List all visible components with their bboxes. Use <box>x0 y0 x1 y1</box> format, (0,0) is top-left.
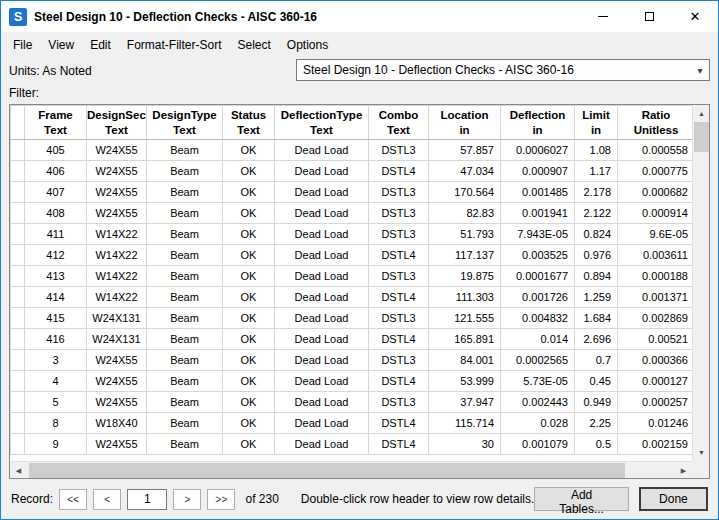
column-header-ratio[interactable]: RatioUnitless <box>618 106 693 140</box>
next-record-button[interactable]: > <box>173 489 201 510</box>
minimize-button[interactable] <box>580 1 626 32</box>
table-selector-dropdown[interactable]: Steel Design 10 - Deflection Checks - AI… <box>296 59 710 81</box>
table-row[interactable]: 4W24X55BeamOKDead LoadDSTL453.9995.73E-0… <box>11 371 693 392</box>
scroll-right-icon[interactable]: ▶ <box>675 462 692 479</box>
prev-record-button[interactable]: < <box>93 489 121 510</box>
column-header-designsect[interactable]: DesignSectText <box>87 106 147 140</box>
cell: 117.137 <box>429 245 501 266</box>
row-header[interactable] <box>11 308 25 329</box>
row-header[interactable] <box>11 224 25 245</box>
filter-row: Filter: <box>1 84 718 102</box>
cell: 0.949 <box>575 392 618 413</box>
cell: 121.555 <box>429 308 501 329</box>
menu-item-edit[interactable]: Edit <box>82 34 119 56</box>
cell: OK <box>223 392 275 413</box>
column-header-status[interactable]: StatusText <box>223 106 275 140</box>
cell: W14X22 <box>87 245 147 266</box>
cell: Dead Load <box>275 371 369 392</box>
table-row[interactable]: 405W24X55BeamOKDead LoadDSTL357.8570.000… <box>11 140 693 161</box>
table-row[interactable]: 415W24X131BeamOKDead LoadDSTL3121.5550.0… <box>11 308 693 329</box>
row-header[interactable] <box>11 203 25 224</box>
maximize-icon <box>645 12 654 21</box>
table-row[interactable]: 412W14X22BeamOKDead LoadDSTL4117.1370.00… <box>11 245 693 266</box>
row-header[interactable] <box>11 182 25 203</box>
row-header[interactable] <box>11 413 25 434</box>
column-header-deflection[interactable]: Deflectionin <box>501 106 575 140</box>
cell: 1.08 <box>575 140 618 161</box>
table-row[interactable]: 413W14X22BeamOKDead LoadDSTL319.8750.000… <box>11 266 693 287</box>
cell: OK <box>223 308 275 329</box>
cell: Dead Load <box>275 182 369 203</box>
table-row[interactable]: 3W24X55BeamOKDead LoadDSTL384.0010.00025… <box>11 350 693 371</box>
table-row[interactable]: 408W24X55BeamOKDead LoadDSTL382.830.0019… <box>11 203 693 224</box>
app-icon[interactable]: S <box>9 8 27 26</box>
cell: Dead Load <box>275 140 369 161</box>
horizontal-scroll-thumb[interactable] <box>29 463 625 478</box>
horizontal-scroll-track[interactable] <box>27 462 675 478</box>
window-controls: ✕ <box>580 1 718 32</box>
row-selector-header[interactable] <box>11 106 25 140</box>
done-button[interactable]: Done <box>639 487 708 511</box>
cell: W24X55 <box>87 140 147 161</box>
table-row[interactable]: 5W24X55BeamOKDead LoadDSTL337.9470.00244… <box>11 392 693 413</box>
table-selector-value: Steel Design 10 - Deflection Checks - AI… <box>297 63 691 77</box>
cell: DSTL4 <box>369 434 429 455</box>
cell: W24X55 <box>87 182 147 203</box>
row-header[interactable] <box>11 350 25 371</box>
vertical-scrollbar[interactable]: ▲ ▼ <box>692 105 709 461</box>
column-header-designtype[interactable]: DesignTypeText <box>147 106 223 140</box>
row-header[interactable] <box>11 329 25 350</box>
cell: Beam <box>147 203 223 224</box>
row-header[interactable] <box>11 245 25 266</box>
table-row[interactable]: 411W14X22BeamOKDead LoadDSTL351.7937.943… <box>11 224 693 245</box>
close-icon: ✕ <box>690 10 701 23</box>
cell: 0.002159 <box>618 434 693 455</box>
cell: 0.028 <box>501 413 575 434</box>
row-header[interactable] <box>11 161 25 182</box>
menu-item-options[interactable]: Options <box>279 34 336 56</box>
menu-item-format-filter-sort[interactable]: Format-Filter-Sort <box>119 34 230 56</box>
cell: W14X22 <box>87 266 147 287</box>
column-header-limit[interactable]: Limitin <box>575 106 618 140</box>
add-tables-button[interactable]: Add Tables... <box>534 487 629 511</box>
vertical-scroll-thumb[interactable] <box>694 122 709 152</box>
scroll-up-icon[interactable]: ▲ <box>693 105 710 122</box>
row-header[interactable] <box>11 434 25 455</box>
scroll-down-icon[interactable]: ▼ <box>693 444 710 461</box>
menu-item-view[interactable]: View <box>40 34 82 56</box>
cell: DSTL3 <box>369 182 429 203</box>
close-button[interactable]: ✕ <box>672 1 718 32</box>
row-header[interactable] <box>11 287 25 308</box>
cell: Dead Load <box>275 161 369 182</box>
row-header[interactable] <box>11 392 25 413</box>
horizontal-scrollbar[interactable]: ◀ ▶ <box>10 461 692 478</box>
record-number-input[interactable] <box>127 489 167 510</box>
of-text: of <box>245 492 255 506</box>
last-record-button[interactable]: >> <box>207 489 235 510</box>
row-header[interactable] <box>11 140 25 161</box>
scroll-left-icon[interactable]: ◀ <box>10 462 27 479</box>
cell: DSTL3 <box>369 266 429 287</box>
column-header-combo[interactable]: ComboText <box>369 106 429 140</box>
table-row[interactable]: 407W24X55BeamOKDead LoadDSTL3170.5640.00… <box>11 182 693 203</box>
first-record-button[interactable]: << <box>59 489 87 510</box>
table-row[interactable]: 406W24X55BeamOKDead LoadDSTL447.0340.000… <box>11 161 693 182</box>
column-header-location[interactable]: Locationin <box>429 106 501 140</box>
cell: Beam <box>147 434 223 455</box>
cell: 406 <box>25 161 87 182</box>
cell: 0.976 <box>575 245 618 266</box>
table-row[interactable]: 9W24X55BeamOKDead LoadDSTL4300.0010790.5… <box>11 434 693 455</box>
table-row[interactable]: 8W18X40BeamOKDead LoadDSTL4115.7140.0282… <box>11 413 693 434</box>
window-title: Steel Design 10 - Deflection Checks - AI… <box>34 10 580 24</box>
maximize-button[interactable] <box>626 1 672 32</box>
table-row[interactable]: 414W14X22BeamOKDead LoadDSTL4111.3030.00… <box>11 287 693 308</box>
menu-item-file[interactable]: File <box>5 34 40 56</box>
table-row[interactable]: 416W24X131BeamOKDead LoadDSTL4165.8910.0… <box>11 329 693 350</box>
cell: Dead Load <box>275 392 369 413</box>
column-header-frame[interactable]: FrameText <box>25 106 87 140</box>
row-header[interactable] <box>11 371 25 392</box>
column-header-deflectiontype[interactable]: DeflectionTypeText <box>275 106 369 140</box>
row-header[interactable] <box>11 266 25 287</box>
menu-item-select[interactable]: Select <box>230 34 279 56</box>
cell: 115.714 <box>429 413 501 434</box>
